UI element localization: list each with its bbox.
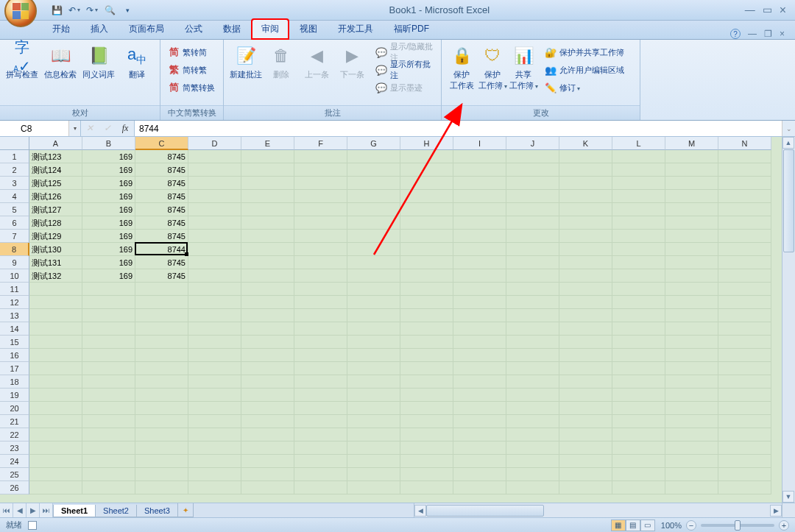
cell-N26[interactable]	[718, 481, 771, 494]
help-icon[interactable]: ?	[730, 29, 741, 39]
row-header-13[interactable]: 13	[0, 309, 29, 322]
cell-N25[interactable]	[718, 468, 771, 481]
cell-H1[interactable]	[400, 150, 453, 163]
cell-L22[interactable]	[612, 428, 665, 441]
cell-H3[interactable]	[400, 177, 453, 190]
tab-审阅[interactable]: 审阅	[252, 19, 289, 39]
cell-F3[interactable]	[294, 177, 347, 190]
cell-M18[interactable]	[665, 375, 718, 389]
cell-D17[interactable]	[188, 362, 241, 375]
cell-F23[interactable]	[294, 441, 347, 455]
cell-A25[interactable]	[29, 468, 82, 481]
cell-G14[interactable]	[347, 322, 400, 336]
cell-L20[interactable]	[612, 402, 665, 415]
cell-E20[interactable]	[241, 402, 294, 415]
cell-I17[interactable]	[453, 362, 506, 375]
cell-H5[interactable]	[400, 203, 453, 216]
cell-N10[interactable]	[718, 269, 771, 283]
cell-N23[interactable]	[718, 441, 771, 455]
cell-G18[interactable]	[347, 375, 400, 389]
cell-K23[interactable]	[559, 441, 612, 455]
cell-F19[interactable]	[294, 389, 347, 402]
cell-L9[interactable]	[612, 256, 665, 269]
cell-C15[interactable]	[135, 336, 188, 349]
cell-D20[interactable]	[188, 402, 241, 415]
sheet-tab-Sheet2[interactable]: Sheet2	[95, 505, 137, 517]
cell-E11[interactable]	[241, 283, 294, 296]
insert-sheet-button[interactable]: ✦	[177, 503, 194, 517]
cell-H2[interactable]	[400, 163, 453, 177]
cell-K17[interactable]	[559, 362, 612, 375]
cell-E23[interactable]	[241, 441, 294, 455]
cell-I7[interactable]	[453, 230, 506, 243]
cell-A20[interactable]	[29, 402, 82, 415]
ribbon-btn-拼写检查[interactable]: 字A✓拼写检查	[4, 41, 40, 80]
cell-I22[interactable]	[453, 428, 506, 441]
cell-K10[interactable]	[559, 269, 612, 283]
cell-E18[interactable]	[241, 375, 294, 389]
cell-F7[interactable]	[294, 230, 347, 243]
cell-K6[interactable]	[559, 216, 612, 230]
cell-A6[interactable]: 测试128	[29, 216, 82, 230]
cell-A13[interactable]	[29, 309, 82, 322]
cell-A3[interactable]: 测试125	[29, 177, 82, 190]
cell-K25[interactable]	[559, 468, 612, 481]
cell-C24[interactable]	[135, 455, 188, 468]
cell-I16[interactable]	[453, 349, 506, 362]
cell-A9[interactable]: 测试131	[29, 256, 82, 269]
cell-C13[interactable]	[135, 309, 188, 322]
cell-J22[interactable]	[506, 428, 559, 441]
cell-M7[interactable]	[665, 230, 718, 243]
tab-页面布局[interactable]: 页面布局	[119, 19, 174, 39]
cell-K4[interactable]	[559, 190, 612, 203]
macro-record-icon[interactable]	[28, 521, 37, 530]
cell-C25[interactable]	[135, 468, 188, 481]
cell-B6[interactable]: 169	[82, 216, 135, 230]
cell-K13[interactable]	[559, 309, 612, 322]
cell-G11[interactable]	[347, 283, 400, 296]
cell-G13[interactable]	[347, 309, 400, 322]
cell-H9[interactable]	[400, 256, 453, 269]
cell-N1[interactable]	[718, 150, 771, 163]
cell-I11[interactable]	[453, 283, 506, 296]
cell-F18[interactable]	[294, 375, 347, 389]
cell-C11[interactable]	[135, 283, 188, 296]
cell-J5[interactable]	[506, 203, 559, 216]
cell-L4[interactable]	[612, 190, 665, 203]
cell-M1[interactable]	[665, 150, 718, 163]
row-header-23[interactable]: 23	[0, 441, 29, 455]
cell-D5[interactable]	[188, 203, 241, 216]
cell-B7[interactable]: 169	[82, 230, 135, 243]
cell-L18[interactable]	[612, 375, 665, 389]
cell-F9[interactable]	[294, 256, 347, 269]
column-header-D[interactable]: D	[188, 137, 241, 150]
cell-J8[interactable]	[506, 243, 559, 256]
cell-D23[interactable]	[188, 441, 241, 455]
cell-J20[interactable]	[506, 402, 559, 415]
redo-icon[interactable]: ↷▾	[85, 4, 99, 17]
cell-D1[interactable]	[188, 150, 241, 163]
cell-J18[interactable]	[506, 375, 559, 389]
cell-B15[interactable]	[82, 336, 135, 349]
column-header-J[interactable]: J	[506, 137, 559, 150]
row-header-5[interactable]: 5	[0, 203, 29, 216]
cell-F6[interactable]	[294, 216, 347, 230]
row-header-11[interactable]: 11	[0, 283, 29, 296]
cell-E4[interactable]	[241, 190, 294, 203]
cell-E9[interactable]	[241, 256, 294, 269]
cell-K7[interactable]	[559, 230, 612, 243]
cell-L26[interactable]	[612, 481, 665, 494]
formula-input[interactable]: 8744	[135, 121, 782, 136]
column-header-E[interactable]: E	[241, 137, 294, 150]
cell-H12[interactable]	[400, 296, 453, 309]
ribbon-btn-简繁转换[interactable]: 简简繁转换	[165, 79, 218, 96]
cell-E15[interactable]	[241, 336, 294, 349]
cell-A24[interactable]	[29, 455, 82, 468]
column-header-L[interactable]: L	[612, 137, 665, 150]
cell-N17[interactable]	[718, 362, 771, 375]
cell-K18[interactable]	[559, 375, 612, 389]
cell-B14[interactable]	[82, 322, 135, 336]
cell-I18[interactable]	[453, 375, 506, 389]
cell-C12[interactable]	[135, 296, 188, 309]
cell-N18[interactable]	[718, 375, 771, 389]
